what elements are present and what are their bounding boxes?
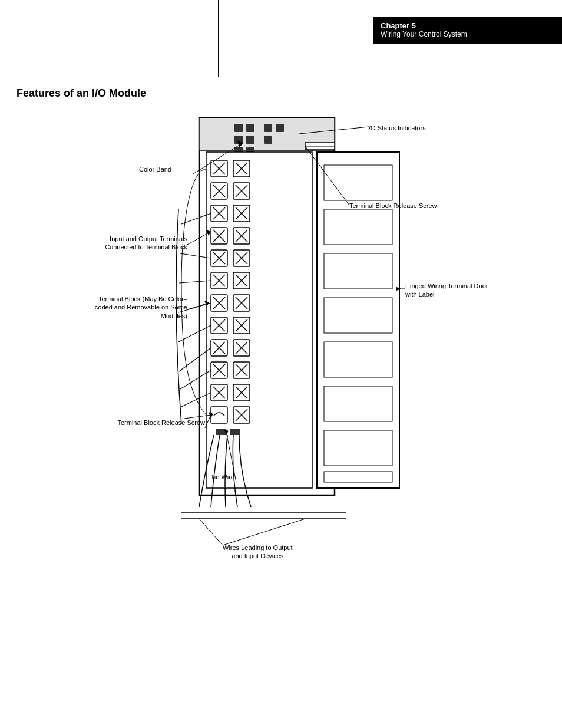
- svg-rect-92: [324, 209, 392, 245]
- terminal-release-top-label: Terminal Block Release Screw: [349, 202, 437, 210]
- svg-rect-80: [211, 407, 227, 423]
- terminal-block-label: Terminal Block (May Be Color–coded and R…: [70, 295, 187, 320]
- svg-line-89: [223, 519, 305, 545]
- chapter-label: Chapter 5: [381, 21, 555, 30]
- svg-rect-3: [246, 124, 254, 132]
- decorative-line: [218, 0, 219, 77]
- svg-rect-97: [324, 430, 392, 466]
- hinged-door-label: Hinged Wiring Terminal Doorwith Label: [405, 282, 488, 299]
- svg-rect-85: [230, 429, 240, 435]
- io-module-diagram: [16, 106, 547, 589]
- svg-line-88: [199, 519, 223, 545]
- svg-rect-5: [276, 124, 284, 132]
- svg-rect-98: [324, 472, 392, 482]
- tie-wire-label: Tie Wire: [158, 473, 234, 481]
- svg-rect-93: [324, 253, 392, 289]
- svg-rect-96: [324, 386, 392, 421]
- svg-rect-7: [246, 136, 254, 144]
- header-bar: Chapter 5 Wiring Your Control System: [373, 17, 562, 44]
- wires-leading-label: Wires Leading to Outputand Input Devices: [223, 543, 293, 561]
- terminal-release-bottom-label: Terminal Block Release Screw: [87, 419, 205, 427]
- diagram-area: I/O Status Indicators Color Band Termina…: [16, 106, 547, 589]
- svg-rect-95: [324, 342, 392, 377]
- input-output-label: Input and Output TerminalsConnected to T…: [87, 235, 187, 252]
- color-band-label: Color Band: [139, 165, 171, 173]
- svg-rect-2: [234, 124, 243, 132]
- svg-rect-4: [264, 124, 272, 132]
- io-status-label: I/O Status Indicators: [367, 124, 426, 132]
- chapter-subtitle: Wiring Your Control System: [381, 30, 555, 38]
- svg-rect-91: [324, 165, 392, 200]
- svg-rect-8: [264, 136, 272, 144]
- section-title: Features of an I/O Module: [16, 87, 146, 100]
- svg-rect-94: [324, 298, 392, 333]
